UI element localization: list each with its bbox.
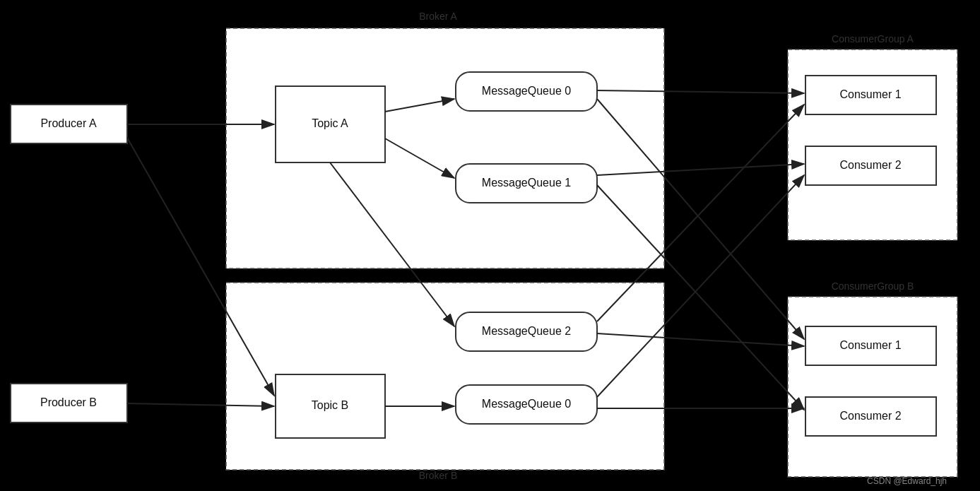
mq0-broker-a-label: MessageQueue 0 xyxy=(482,85,571,97)
consumer-a1-label: Consumer 1 xyxy=(839,88,901,100)
consumer-b1-label: Consumer 1 xyxy=(839,339,901,351)
consumer-a2-label: Consumer 2 xyxy=(839,159,901,171)
consumer-group-b-label: ConsumerGroup B xyxy=(832,280,914,292)
mq2-broker-b-label: MessageQueue 2 xyxy=(482,325,571,337)
topic-a-label: Topic A xyxy=(312,117,348,129)
mq0-broker-b-label: MessageQueue 0 xyxy=(482,398,571,410)
producer-b-label: Producer B xyxy=(40,396,97,408)
watermark-text: CSDN @Edward_hjh xyxy=(867,476,947,486)
topic-b-label: Topic B xyxy=(312,399,348,411)
broker-b-label: Broker B xyxy=(419,470,457,481)
consumer-group-a-label: ConsumerGroup A xyxy=(832,33,914,45)
architecture-diagram: Broker A Broker B ConsumerGroup A Consum… xyxy=(0,0,980,491)
producer-a-label: Producer A xyxy=(40,117,96,129)
consumer-b2-label: Consumer 2 xyxy=(839,410,901,422)
broker-a-label: Broker A xyxy=(419,11,457,22)
consumer-group-b-rect xyxy=(788,297,957,477)
diagram-canvas: Broker A Broker B ConsumerGroup A Consum… xyxy=(0,0,980,491)
mq1-broker-a-label: MessageQueue 1 xyxy=(482,177,571,189)
